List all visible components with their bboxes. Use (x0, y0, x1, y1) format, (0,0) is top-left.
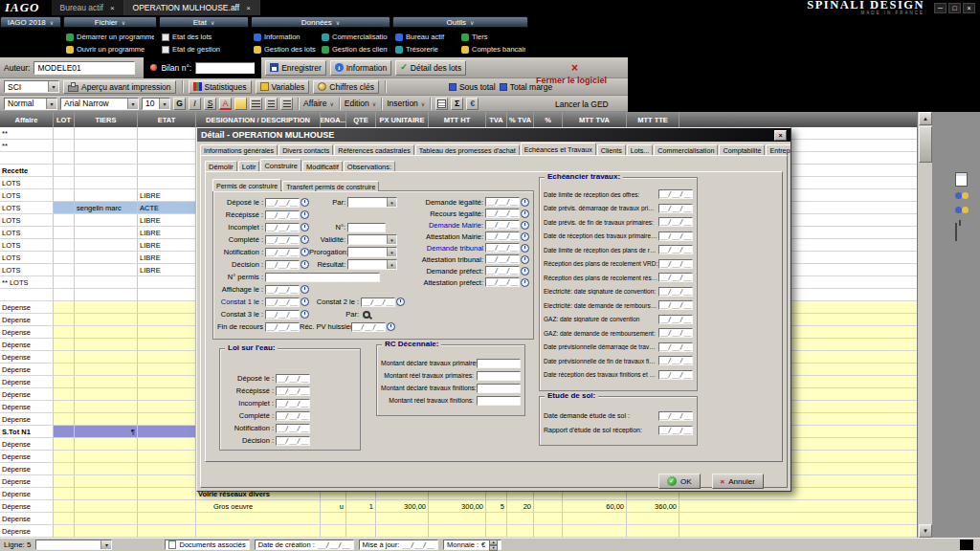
date-input[interactable]: __/__/__ (485, 277, 520, 287)
date-input[interactable]: __/__/__ (658, 411, 693, 421)
date-input[interactable]: __/__/__ (351, 322, 386, 332)
chevron-down-icon[interactable]: ▾ (46, 99, 56, 109)
dialog-tab[interactable]: Commercialisation (654, 144, 718, 155)
column-header[interactable]: Affaire (0, 112, 54, 127)
dialog-subtab[interactable]: Observations: (344, 161, 395, 171)
menu-iago[interactable]: IAGO 2018∨ (0, 16, 61, 28)
menu-item[interactable]: Gestion des clients (322, 43, 388, 55)
clock-icon[interactable] (521, 221, 529, 230)
dialog-close-button[interactable]: × (774, 130, 787, 141)
dialog-tab[interactable]: Clients (597, 144, 626, 155)
date-input[interactable]: __/__/__ (485, 220, 520, 230)
amount-input[interactable] (477, 384, 521, 393)
column-header[interactable]: TIERS (75, 112, 138, 127)
print-preview-button[interactable]: Aperçu avant impression (63, 80, 176, 94)
table-icon[interactable] (435, 98, 448, 110)
vertical-scrollbar[interactable]: ▲ ▼ (917, 112, 932, 538)
date-input[interactable]: __/__/__ (658, 300, 693, 310)
dropdown[interactable]: ▾ (347, 234, 397, 245)
date-input[interactable]: __/__/__ (658, 231, 693, 241)
dialog-tab[interactable]: Lots... (627, 144, 654, 155)
column-header[interactable]: MTT TTE (627, 112, 679, 127)
column-header[interactable]: MTT HT (429, 112, 486, 127)
bold-button[interactable]: G (173, 98, 186, 110)
status-select[interactable]: ▾ (35, 540, 112, 550)
dialog-subtab[interactable]: Modificatif (302, 161, 343, 171)
date-input[interactable]: __/__/__ (658, 370, 693, 380)
auteur-input[interactable]: MODELE01 (33, 61, 135, 75)
information-button[interactable]: i Information (330, 60, 392, 76)
dialog-tab[interactable]: Références cadastrales (334, 144, 414, 155)
bilan-input[interactable] (195, 62, 255, 74)
underline-button[interactable]: S (204, 98, 216, 110)
currency-field[interactable]: Monnaie : € ▴▾ (443, 540, 501, 550)
menu-item[interactable]: Ouvrir un programme (66, 43, 154, 55)
column-header[interactable]: % TVA (507, 112, 534, 127)
clock-icon[interactable] (521, 267, 529, 276)
scroll-up-icon[interactable]: ▲ (919, 112, 932, 125)
date-input[interactable]: __/__/__ (658, 315, 693, 324)
menu-item[interactable]: Commercialisation (322, 31, 388, 43)
date-input[interactable]: __/__/__ (276, 436, 310, 446)
clock-icon[interactable] (521, 244, 529, 253)
currency-stepper[interactable]: ▴▾ (489, 540, 498, 551)
menu-fichier[interactable]: Fichier∨ (63, 16, 157, 28)
date-input[interactable]: __/__/__ (485, 231, 520, 241)
font-color-button[interactable]: A (219, 98, 232, 110)
clock-icon[interactable] (396, 298, 405, 306)
menu-item[interactable]: Démarrer un programme (66, 31, 154, 43)
detail-lots-button[interactable]: ✓ Détail des lots (395, 60, 466, 76)
clock-icon[interactable] (521, 255, 529, 264)
date-input[interactable]: __/__/__ (265, 285, 300, 295)
close-software-label[interactable]: Fermer le logiciel (536, 76, 607, 85)
clock-icon[interactable] (301, 223, 309, 231)
date-input[interactable]: __/__/__ (658, 426, 693, 435)
text-input[interactable] (347, 223, 386, 232)
menu-item[interactable]: Etat des lots (162, 31, 246, 43)
date-input[interactable]: __/__/__ (658, 273, 693, 282)
dialog-titlebar[interactable]: Détail - OPERATION MULHOUSE × (197, 128, 791, 142)
column-header[interactable]: ENGA... (321, 112, 346, 127)
menu-insertion[interactable]: Insertion∨ (387, 99, 425, 108)
align-center-icon[interactable] (265, 98, 278, 110)
clock-icon[interactable] (387, 322, 395, 331)
clock-icon[interactable] (301, 310, 309, 319)
minimize-button[interactable]: ─ (934, 3, 947, 13)
clock-icon[interactable] (521, 198, 529, 207)
clock-icon[interactable] (301, 198, 309, 207)
dialog-tab[interactable]: Echéances et Travaux (521, 143, 596, 155)
menu-item[interactable]: Information (254, 31, 320, 43)
date-input[interactable]: __/__/__ (265, 298, 300, 307)
close-tab-icon[interactable]: × (110, 4, 115, 12)
date-input[interactable]: __/__/__ (485, 197, 520, 207)
maximize-button[interactable]: □ (948, 3, 961, 13)
date-input[interactable]: __/__/__ (485, 266, 520, 276)
clock-icon[interactable] (521, 278, 529, 287)
dialog-subtab[interactable]: Démolir (205, 161, 237, 171)
table-row[interactable]: Dépense (0, 525, 917, 538)
dropdown[interactable]: ▾ (347, 259, 397, 270)
clock-icon[interactable] (301, 248, 309, 256)
date-input[interactable]: __/__/__ (658, 204, 693, 213)
menu-item[interactable]: Comptes bancaires (461, 43, 525, 55)
date-input[interactable]: __/__/__ (485, 209, 520, 218)
clock-icon[interactable] (301, 298, 309, 306)
date-input[interactable]: __/__/__ (265, 310, 300, 320)
style-select[interactable]: Normal▾ (4, 98, 57, 110)
dialog-tab[interactable]: Comptabilité (719, 144, 765, 155)
date-input[interactable]: __/__/__ (658, 259, 693, 269)
sci-select[interactable]: SCI ▾ (4, 80, 59, 93)
ok-button[interactable]: ✓ OK (658, 474, 701, 489)
date-input[interactable]: __/__/__ (658, 245, 693, 254)
menu-outils[interactable]: Outils∨ (392, 16, 528, 28)
close-button[interactable]: × (963, 3, 975, 13)
date-input[interactable]: __/__/__ (276, 424, 310, 433)
clock-icon[interactable] (301, 260, 309, 269)
menu-item[interactable]: Etat de gestion (162, 43, 246, 55)
doc-tab-bureau-actif[interactable]: Bureau actif × (52, 0, 124, 15)
dialog-tab[interactable]: Informations générales (200, 144, 278, 155)
align-left-icon[interactable] (250, 98, 262, 110)
date-input[interactable]: __/__/__ (276, 399, 310, 408)
date-input[interactable]: __/__/__ (658, 356, 693, 365)
date-input[interactable]: __/__/__ (658, 287, 693, 297)
